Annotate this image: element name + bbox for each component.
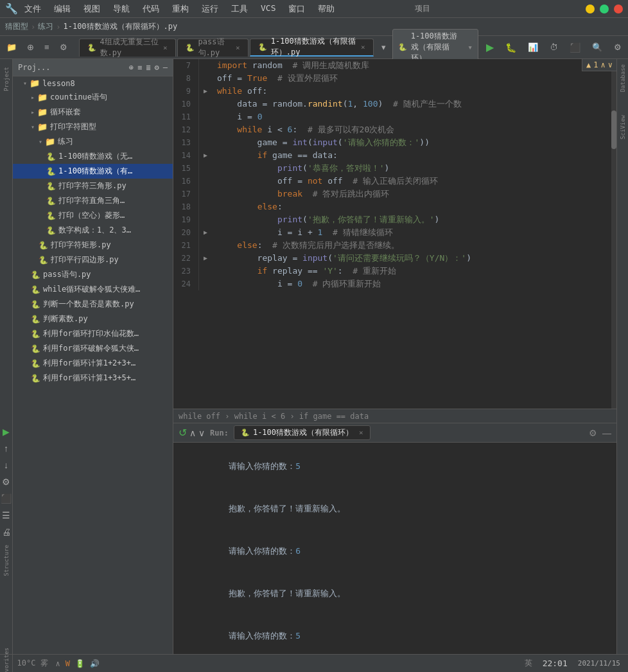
menu-file[interactable]: 文件: [22, 2, 44, 16]
run-action-up[interactable]: ↑: [3, 442, 10, 455]
run-action-down[interactable]: ↓: [3, 459, 10, 472]
menu-run[interactable]: 运行: [199, 2, 221, 16]
tree-item-right-triangle[interactable]: 🐍 打印字符直角三角…: [13, 193, 173, 208]
sidebar-icon-1[interactable]: ⊕: [129, 63, 134, 72]
tree-item-digits[interactable]: 🐍 数字构成：1、2、3…: [13, 223, 173, 238]
sciview-tab-label[interactable]: SciView: [618, 110, 627, 145]
run-content[interactable]: 请输入你猜的数：5 抱歉，你答错了！请重新输入。 请输入你猜的数：6 抱歉，你答…: [173, 443, 616, 654]
sidebar-icon-3[interactable]: ≣: [146, 63, 150, 72]
tab-file-3-active[interactable]: 🐍 1-100猜数游戏（有限循环）.py ×: [250, 39, 374, 57]
toolbar-align-btn[interactable]: ≡: [40, 40, 53, 55]
py-icon-2: 🐍: [186, 44, 195, 52]
tree-item-prime2[interactable]: 🐍 判断素数.py: [13, 312, 173, 326]
run-btn[interactable]: ▶: [482, 39, 498, 56]
tree-item-diamond[interactable]: 🐍 打印（空心）菱形…: [13, 208, 173, 223]
sidebar-icon-4[interactable]: ⚙: [155, 63, 159, 72]
py-icon: 🐍: [87, 44, 96, 52]
tree-label-diamond: 打印（空心）菱形…: [58, 210, 125, 221]
run-close-btn[interactable]: —: [602, 428, 611, 438]
tree-item-countinue[interactable]: ▸ 📁 countinue语句: [13, 90, 173, 105]
stop-btn[interactable]: ⬛: [566, 40, 584, 55]
menu-help[interactable]: 帮助: [315, 2, 337, 16]
structure-tab-label[interactable]: Structure: [3, 545, 10, 576]
run-tab-active[interactable]: 🐍 1-100猜数游戏（有限循环） ×: [234, 425, 371, 440]
tree-item-lesson8[interactable]: ▾ 📁 lesson8: [13, 76, 173, 90]
sidebar-icon-2[interactable]: ≡: [137, 63, 142, 72]
breadcrumb-item-3[interactable]: 1-100猜数游戏（有限循环）.py: [63, 21, 177, 32]
run-rerun-btn[interactable]: ↺: [179, 427, 187, 439]
tree-item-triangle[interactable]: 🐍 打印字符三角形.py: [13, 179, 173, 193]
tree-label-prime2: 判断素数.py: [43, 314, 88, 324]
tree-item-sum2[interactable]: 🐍 利用for循环计算1+3+5+…: [13, 371, 173, 385]
tree-item-loop[interactable]: ▸ 📁 循环嵌套: [13, 105, 173, 119]
tree-label-game1: 1-100猜数游戏（无…: [58, 151, 132, 162]
project-icon-btn[interactable]: 📁: [3, 40, 21, 55]
run-action-print[interactable]: 🖨: [1, 526, 12, 538]
breadcrumb-item-2[interactable]: 练习: [38, 21, 53, 32]
tree-item-print[interactable]: ▾ 📁 打印字符图型: [13, 119, 173, 134]
run-action-list[interactable]: ☰: [1, 509, 12, 522]
run-settings-btn[interactable]: ⚙: [589, 428, 597, 438]
tree-item-prime1[interactable]: 🐍 判断一个数是否是素数.py: [13, 297, 173, 312]
tree-item-while-break[interactable]: 🐍 while循环破解令狐大侠难…: [13, 282, 173, 297]
tab-2-close[interactable]: ×: [236, 44, 240, 52]
settings-btn[interactable]: ⚙: [610, 40, 625, 55]
run-scroll-up-btn[interactable]: ∧: [189, 428, 196, 438]
debug-btn[interactable]: 🐛: [502, 40, 520, 55]
tree-item-game2[interactable]: 🐍 1-100猜数游戏（有…: [13, 164, 173, 179]
coverage-btn[interactable]: 📊: [524, 40, 542, 55]
profile-btn[interactable]: ⏱: [546, 40, 562, 55]
tab-1-label: 4组成无重复三位数.py: [100, 37, 159, 58]
window-controls: [586, 4, 623, 13]
run-action-stop[interactable]: ⬛: [0, 492, 13, 505]
warning-nav-down[interactable]: ∨: [608, 60, 613, 69]
window-title: 项目: [415, 3, 430, 14]
run-tab-label: 1-100猜数游戏（有限循环）: [253, 427, 353, 438]
minimize-button[interactable]: [586, 4, 595, 13]
maximize-button[interactable]: [600, 4, 609, 13]
code-editor[interactable]: ▲ 1 ∧ ∨ 7 import random # 调用生成随机数库 8 off…: [173, 59, 616, 409]
tab-file-2[interactable]: 🐍 pass语句.py ×: [177, 39, 249, 57]
editor-tab-bar: 🐍 4组成无重复三位数.py × 🐍 pass语句.py × 🐍 1-100猜数…: [79, 36, 390, 59]
search-btn[interactable]: 🔍: [588, 40, 606, 55]
menu-window[interactable]: 窗口: [286, 2, 308, 16]
tree-item-exercise[interactable]: ▾ 📁 练习: [13, 134, 173, 149]
breadcrumb-item-1[interactable]: 猜图型: [5, 21, 28, 32]
toolbar-add-btn[interactable]: ⊕: [23, 40, 38, 55]
database-tab-label[interactable]: Database: [618, 59, 627, 97]
menu-vcs[interactable]: VCS: [258, 2, 278, 16]
tab-file-1[interactable]: 🐍 4组成无重复三位数.py ×: [79, 39, 176, 57]
tree-item-narcissus[interactable]: 🐍 利用for循环打印水仙花数…: [13, 326, 173, 341]
run-scroll-down-btn[interactable]: ∨: [198, 428, 205, 438]
menu-tools[interactable]: 工具: [229, 2, 250, 16]
tab-overflow-btn[interactable]: ▾: [378, 40, 390, 55]
tree-item-parallelogram[interactable]: 🐍 打印平行四边形.py: [13, 252, 173, 267]
toolbar-settings-btn[interactable]: ⚙: [56, 40, 71, 55]
tree-item-for-break[interactable]: 🐍 利用for循环破解令狐大侠…: [13, 341, 173, 356]
menu-view[interactable]: 视图: [81, 2, 103, 16]
code-line-22: 22 ▶ replay = input('请问还需要继续玩吗？（Y/N）：'): [173, 252, 616, 265]
menu-navigate[interactable]: 导航: [110, 2, 132, 16]
code-line-12: 12 while i < 6: # 最多可以有20次机会: [173, 123, 616, 136]
chevron-exercise: ▾: [39, 138, 42, 145]
favorites-tab[interactable]: Favorites: [0, 654, 13, 672]
run-action-run[interactable]: ▶: [1, 425, 11, 438]
tab-1-close[interactable]: ×: [163, 44, 168, 52]
menu-code[interactable]: 代码: [140, 2, 162, 16]
tree-item-pass[interactable]: 🐍 pass语句.py: [13, 267, 173, 282]
close-button[interactable]: [614, 4, 623, 13]
run-tab-close[interactable]: ×: [359, 429, 363, 437]
tree-item-game1[interactable]: 🐍 1-100猜数游戏（无…: [13, 149, 173, 164]
menu-refactor[interactable]: 重构: [170, 2, 191, 16]
tree-item-rect[interactable]: 🐍 打印字符矩形.py: [13, 238, 173, 252]
tree-item-sum1[interactable]: 🐍 利用for循环计算1+2+3+…: [13, 356, 173, 371]
project-tab-label[interactable]: Project: [3, 67, 10, 91]
editor-scrollbar[interactable]: [611, 59, 616, 409]
menu-edit[interactable]: 编辑: [51, 2, 73, 16]
sidebar-icon-5[interactable]: —: [163, 63, 168, 72]
tab-3-close[interactable]: ×: [361, 43, 365, 51]
scrollbar-thumb[interactable]: [611, 111, 616, 149]
run-action-settings[interactable]: ⚙: [1, 475, 12, 488]
warning-nav-up[interactable]: ∧: [601, 60, 606, 69]
editor-breadcrumb: while off › while i < 6 › if game == dat…: [173, 409, 616, 423]
